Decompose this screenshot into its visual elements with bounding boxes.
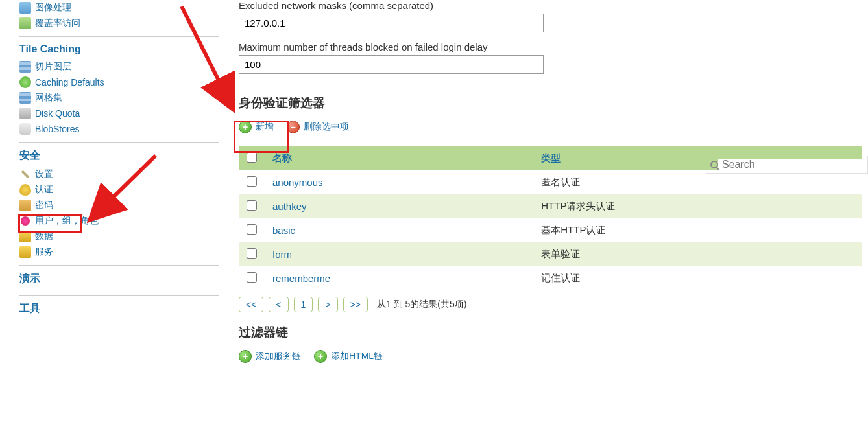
password-icon xyxy=(19,200,31,211)
row-checkbox-cell xyxy=(239,194,265,218)
search-input[interactable] xyxy=(718,159,863,170)
add-service-chain-label: 添加服务链 xyxy=(256,351,301,362)
sidebar: 图像处理 覆盖率访问 Tile Caching 切片图层 Caching Def… xyxy=(0,0,226,389)
sidebar-security-group: 设置 认证 密码 用户，组，角色 数据 服务 xyxy=(19,167,219,260)
table-row: authkeyHTTP请求头认证 xyxy=(239,194,862,218)
add-html-chain-button[interactable]: + 添加HTML链 xyxy=(314,350,383,363)
table-row: rememberme记住认证 xyxy=(239,266,862,290)
row-checkbox[interactable] xyxy=(247,224,257,235)
select-all-checkbox[interactable] xyxy=(247,152,257,163)
services-icon xyxy=(19,246,31,258)
row-type-cell: HTTP请求头认证 xyxy=(533,194,862,218)
filter-name-link[interactable]: basic xyxy=(272,225,295,236)
pager-first[interactable]: << xyxy=(239,297,263,312)
sidebar-item-settings[interactable]: 设置 xyxy=(19,167,219,182)
sidebar-item-label[interactable]: 数据 xyxy=(35,231,53,242)
sidebar-item-label[interactable]: Caching Defaults xyxy=(35,77,104,87)
auth-filters-heading: 身份验证筛选器 xyxy=(239,95,862,111)
pager-next[interactable]: > xyxy=(318,297,337,312)
sidebar-item-caching-defaults[interactable]: Caching Defaults xyxy=(19,75,219,90)
row-checkbox-cell xyxy=(239,266,265,290)
sidebar-item-label[interactable]: 切片图层 xyxy=(35,61,71,73)
sidebar-item-data[interactable]: 数据 xyxy=(19,229,219,244)
table-row: form表单验证 xyxy=(239,242,862,266)
filter-name-link[interactable]: authkey xyxy=(272,201,307,212)
data-icon xyxy=(19,231,31,242)
sidebar-item-label[interactable]: 图像处理 xyxy=(35,2,71,14)
sidebar-item-label[interactable]: 网格集 xyxy=(35,92,62,104)
sidebar-section-tools[interactable]: 工具 xyxy=(19,295,219,319)
sidebar-item-label[interactable]: 认证 xyxy=(35,184,53,196)
sidebar-item-tile-layers[interactable]: 切片图层 xyxy=(19,59,219,75)
search-box[interactable] xyxy=(706,156,868,174)
filter-name-link[interactable]: anonymous xyxy=(272,177,323,188)
remove-icon: – xyxy=(287,121,300,133)
add-filter-label: 新增 xyxy=(256,121,274,133)
pager-prev[interactable]: < xyxy=(269,297,288,312)
max-threads-input[interactable] xyxy=(239,55,544,74)
blobstores-icon xyxy=(19,123,31,135)
pager-last[interactable]: >> xyxy=(343,297,368,312)
filter-name-link[interactable]: form xyxy=(272,249,292,260)
sidebar-item-users-groups-roles[interactable]: 用户，组，角色 xyxy=(19,213,219,229)
coverage-access-icon xyxy=(19,17,31,29)
row-checkbox[interactable] xyxy=(247,272,257,283)
pager-summary: 从1 到 5的结果(共5项) xyxy=(377,299,466,310)
sidebar-section-security: 安全 xyxy=(19,142,219,167)
table-row: basic基本HTTP认证 xyxy=(239,218,862,242)
pagination: << < 1 > >> 从1 到 5的结果(共5项) xyxy=(239,297,862,312)
disk-quota-icon xyxy=(19,108,31,119)
filter-chains-actions: + 添加服务链 + 添加HTML链 xyxy=(239,350,862,363)
row-checkbox-cell xyxy=(239,218,265,242)
sidebar-item-services[interactable]: 服务 xyxy=(19,244,219,260)
sidebar-section-tile-caching: Tile Caching xyxy=(19,36,219,59)
authentication-icon xyxy=(19,184,31,196)
filter-name-link[interactable]: rememberme xyxy=(272,273,330,284)
sidebar-item-coverage-access[interactable]: 覆盖率访问 xyxy=(19,16,219,31)
row-checkbox[interactable] xyxy=(247,200,257,211)
row-type-cell: 表单验证 xyxy=(533,242,862,266)
sidebar-item-label[interactable]: 密码 xyxy=(35,200,53,211)
row-name-cell: basic xyxy=(265,218,533,242)
sidebar-wms-group: 图像处理 覆盖率访问 xyxy=(19,0,219,31)
users-groups-roles-icon xyxy=(19,215,31,227)
row-checkbox-cell xyxy=(239,170,265,194)
sidebar-item-gridsets[interactable]: 网格集 xyxy=(19,90,219,106)
add-service-chain-button[interactable]: + 添加服务链 xyxy=(239,350,301,363)
row-name-cell: authkey xyxy=(265,194,533,218)
sidebar-section-demo[interactable]: 演示 xyxy=(19,265,219,290)
tile-layers-icon xyxy=(19,61,31,73)
sidebar-item-label[interactable]: BlobStores xyxy=(35,124,79,134)
image-processing-icon xyxy=(19,2,31,14)
row-name-cell: form xyxy=(265,242,533,266)
row-name-cell: anonymous xyxy=(265,170,533,194)
sidebar-item-password[interactable]: 密码 xyxy=(19,198,219,213)
search-icon xyxy=(710,161,718,168)
sidebar-item-label[interactable]: 设置 xyxy=(35,168,53,180)
remove-selected-button[interactable]: – 删除选中项 xyxy=(287,121,349,133)
row-checkbox[interactable] xyxy=(247,176,257,187)
row-type-cell: 记住认证 xyxy=(533,266,862,290)
sidebar-item-label[interactable]: 用户，组，角色 xyxy=(35,215,99,227)
pager-page[interactable]: 1 xyxy=(294,297,313,312)
sidebar-item-disk-quota[interactable]: Disk Quota xyxy=(19,106,219,121)
add-filter-button[interactable]: + 新增 xyxy=(239,121,274,133)
sidebar-item-label[interactable]: 覆盖率访问 xyxy=(35,17,80,29)
table-row: anonymous匿名认证 xyxy=(239,170,862,194)
sidebar-item-blobstores[interactable]: BlobStores xyxy=(19,121,219,137)
excluded-masks-label: Excluded network masks (comma separated) xyxy=(239,0,862,11)
column-name[interactable]: 名称 xyxy=(265,146,533,170)
sidebar-item-label[interactable]: Disk Quota xyxy=(35,108,80,119)
remove-selected-label: 删除选中项 xyxy=(304,121,349,133)
sidebar-item-authentication[interactable]: 认证 xyxy=(19,182,219,198)
add-icon: + xyxy=(239,121,252,133)
add-html-chain-label: 添加HTML链 xyxy=(331,351,383,362)
filter-chains-heading: 过滤器链 xyxy=(239,324,862,341)
sidebar-tile-caching-group: 切片图层 Caching Defaults 网格集 Disk Quota Blo… xyxy=(19,59,219,137)
max-threads-label: Maximum number of threads blocked on fai… xyxy=(239,41,862,52)
excluded-masks-input[interactable] xyxy=(239,14,544,32)
row-checkbox[interactable] xyxy=(247,248,257,259)
sidebar-item-image-processing[interactable]: 图像处理 xyxy=(19,0,219,16)
auth-filters-actions: + 新增 – 删除选中项 xyxy=(239,121,862,133)
sidebar-item-label[interactable]: 服务 xyxy=(35,246,53,258)
